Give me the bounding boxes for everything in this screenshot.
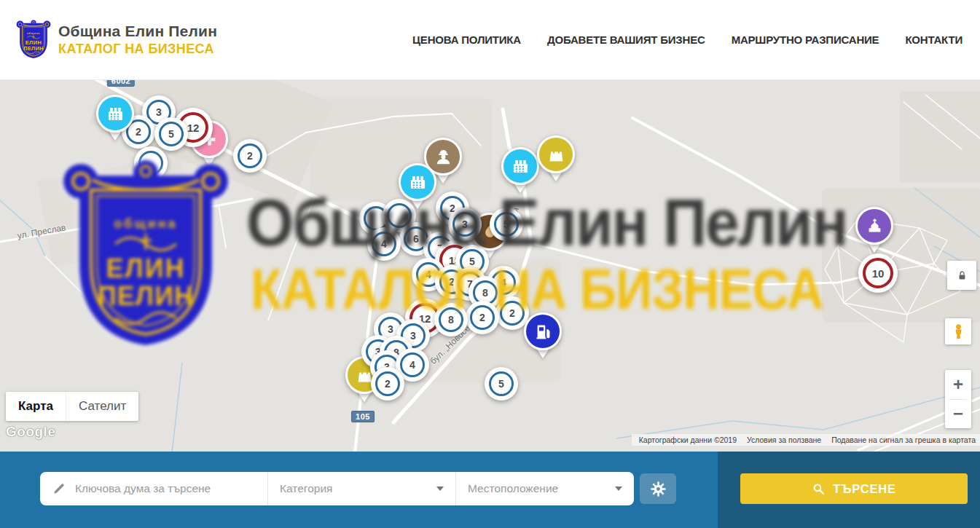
- chevron-down-icon: [615, 486, 622, 494]
- advanced-settings-button[interactable]: [640, 473, 676, 504]
- map-type-satellite-button[interactable]: Сателит: [66, 392, 138, 421]
- map-type-map-button[interactable]: Карта: [6, 392, 66, 421]
- google-logo[interactable]: Google: [6, 424, 55, 440]
- church-icon: [865, 216, 885, 236]
- map-pins-front-layer: [0, 80, 980, 452]
- fuel-pin[interactable]: [524, 312, 562, 360]
- nav-item[interactable]: КОНТАКТИ: [905, 34, 963, 46]
- gear-icon: [650, 481, 667, 497]
- category-select[interactable]: Категория: [267, 472, 455, 505]
- location-select[interactable]: Местоположение: [455, 472, 634, 505]
- pegman-icon: [950, 323, 967, 340]
- category-select-label: Категория: [280, 482, 436, 495]
- pegman-control[interactable]: [945, 318, 971, 344]
- brand-link[interactable]: Община Елин Пелин КАТАЛОГ НА БИЗНЕСА: [16, 19, 217, 60]
- chevron-down-icon: [436, 486, 444, 494]
- main-nav: ЦЕНОВА ПОЛИТИКАДОБАВЕТЕ ВАШИЯТ БИЗНЕСМАР…: [412, 34, 963, 46]
- nav-item[interactable]: МАРШРУТНО РАЗПИСАНИЕ: [732, 34, 879, 46]
- report-map-error-link[interactable]: Подаване на сигнал за грешка в картата: [831, 436, 976, 444]
- zoom-control: + −: [945, 370, 971, 428]
- search-button[interactable]: ТЪРСЕНЕ: [740, 473, 968, 504]
- site-header: Община Елин Пелин КАТАЛОГ НА БИЗНЕСА ЦЕН…: [0, 0, 980, 80]
- search-bar: Категория Местоположение: [0, 452, 980, 528]
- nav-item[interactable]: ЦЕНОВА ПОЛИТИКА: [412, 34, 521, 46]
- search-submit-panel: ТЪРСЕНЕ: [718, 452, 980, 528]
- site-subtitle: КАТАЛОГ НА БИЗНЕСА: [58, 42, 217, 57]
- lock-icon: [956, 269, 968, 282]
- factory-icon: [511, 157, 530, 176]
- attribution-copyright: Картографски данни ©2019: [639, 436, 737, 444]
- map-type-control: Карта Сателит: [6, 392, 138, 421]
- fuel-icon: [533, 322, 553, 342]
- factory-pin[interactable]: [399, 163, 436, 211]
- zoom-out-button[interactable]: −: [945, 400, 971, 429]
- shopping-bag-icon: [546, 145, 566, 165]
- terms-of-use-link[interactable]: Условия за ползване: [747, 436, 821, 444]
- zoom-in-button[interactable]: +: [945, 370, 971, 399]
- map-canvas[interactable]: ул. Преславбул. „Новоселция 6002105 3212…: [0, 80, 980, 452]
- search-icon: [812, 482, 826, 496]
- factory-pin[interactable]: [501, 147, 539, 195]
- factory-icon: [106, 104, 125, 124]
- page: Община Елин Пелин КАТАЛОГ НА БИЗНЕСА ЦЕН…: [0, 0, 980, 528]
- search-button-label: ТЪРСЕНЕ: [833, 482, 895, 496]
- lock-control[interactable]: [947, 261, 976, 290]
- church-pin[interactable]: [855, 207, 893, 255]
- keyword-field: [40, 472, 267, 505]
- pencil-icon: [52, 481, 66, 496]
- keyword-input[interactable]: [75, 482, 259, 495]
- location-select-label: Местоположение: [468, 482, 615, 495]
- shopping-bag-pin[interactable]: [537, 135, 575, 184]
- factory-pin[interactable]: [96, 95, 134, 143]
- nav-item[interactable]: ДОБАВЕТЕ ВАШИЯТ БИЗНЕС: [547, 34, 705, 46]
- factory-icon: [408, 173, 428, 192]
- search-fields-group: Категория Местоположение: [40, 472, 634, 505]
- municipality-logo-icon: [16, 19, 51, 60]
- map-attribution: Картографски данни ©2019Условия за ползв…: [632, 434, 980, 446]
- site-title: Община Елин Пелин: [58, 23, 217, 40]
